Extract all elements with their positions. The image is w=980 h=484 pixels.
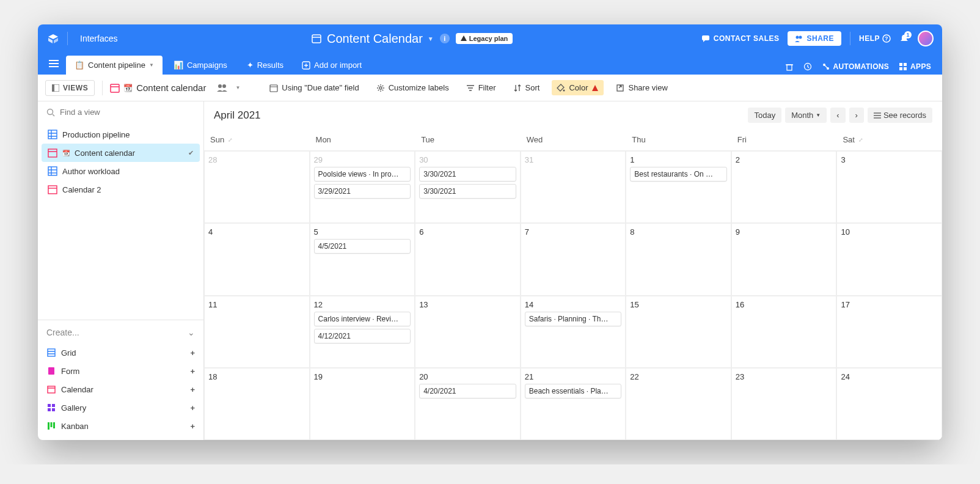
info-icon[interactable]: i — [440, 34, 450, 43]
create-grid[interactable]: Grid + — [46, 343, 195, 362]
calendar-event[interactable]: 4/20/2021 — [419, 384, 516, 398]
find-view-input[interactable] — [60, 108, 195, 117]
calendar-cell[interactable]: 1 Best restaurants · On … — [626, 151, 731, 223]
share-view-button[interactable]: Share view — [611, 80, 672, 95]
calendar-cell[interactable]: 23 — [731, 368, 837, 440]
paint-icon — [557, 84, 565, 92]
view-item-content-calendar[interactable]: 📆 Content calendar ✔ — [42, 144, 200, 162]
color-button[interactable]: Color — [552, 80, 604, 95]
calendar-event[interactable]: Best restaurants · On … — [630, 167, 727, 182]
view-item-production-pipeline[interactable]: Production pipeline — [42, 125, 200, 144]
app-logo[interactable] — [46, 32, 60, 45]
calendar-cell[interactable]: 19 — [310, 368, 415, 440]
automations-button[interactable]: AUTOMATIONS — [822, 62, 890, 71]
svg-point-33 — [222, 84, 226, 88]
user-avatar[interactable] — [918, 31, 934, 46]
next-button[interactable]: › — [849, 108, 864, 123]
calendar-cell[interactable]: 29 Poolside views · In pro… 3/29/2021 — [310, 151, 415, 223]
date-field-button[interactable]: Using "Due date" field — [265, 80, 364, 95]
tab-results[interactable]: ✦ Results — [238, 56, 292, 75]
calendar-cell[interactable]: 14 Safaris · Planning · Th… — [521, 296, 626, 368]
calendar-cell[interactable]: 6 — [415, 223, 521, 295]
add-or-import-button[interactable]: Add or import — [294, 56, 369, 75]
view-name-label: Content calendar — [136, 82, 206, 93]
create-toggle[interactable]: Create... ⌄ — [46, 328, 195, 343]
legacy-plan-badge[interactable]: Legacy plan — [456, 33, 513, 44]
filter-button[interactable]: Filter — [461, 80, 501, 95]
trash-button[interactable] — [785, 62, 794, 71]
calendar-event[interactable]: 3/30/2021 — [419, 167, 516, 182]
calendar-cell[interactable]: 17 — [836, 296, 942, 368]
help-button[interactable]: HELP ? — [859, 34, 891, 43]
calendar-cell[interactable]: 22 — [626, 368, 731, 440]
calendar-cell[interactable]: 13 — [415, 296, 521, 368]
calendar-cell[interactable]: 5 4/5/2021 — [310, 223, 415, 295]
create-calendar[interactable]: Calendar + — [46, 380, 195, 398]
history-button[interactable] — [803, 62, 812, 71]
create-form[interactable]: Form + — [46, 362, 195, 380]
calendar-cell[interactable]: 2 — [731, 151, 837, 223]
calendar-cell[interactable]: 4 — [204, 223, 310, 295]
calendar-cell[interactable]: 9 — [731, 223, 837, 295]
expand-icon[interactable]: ⤢ — [228, 137, 233, 143]
notifications-button[interactable]: 1 — [899, 34, 909, 43]
calendar-cell[interactable]: 21 Beach essentials · Pla… — [521, 368, 626, 440]
calendar-cell[interactable]: 8 — [626, 223, 731, 295]
tab-campaigns[interactable]: 📊 Campaigns — [165, 56, 236, 75]
calendar-cell[interactable]: 28 — [204, 151, 310, 223]
calendar-cell[interactable]: 31 — [521, 151, 626, 223]
search-row — [38, 101, 203, 123]
svg-line-23 — [824, 65, 828, 68]
calendar-cell[interactable]: 7 — [521, 223, 626, 295]
calendar-cell[interactable]: 18 — [204, 368, 310, 440]
interfaces-link[interactable]: Interfaces — [75, 31, 122, 46]
calendar-event[interactable]: 3/29/2021 — [314, 184, 411, 199]
views-toggle-button[interactable]: VIEWS — [45, 80, 95, 96]
create-kanban[interactable]: Kanban + — [46, 417, 195, 435]
plus-icon: + — [190, 348, 195, 358]
automations-label: AUTOMATIONS — [833, 62, 890, 71]
view-item-author-workload[interactable]: Author workload — [42, 162, 200, 180]
customize-labels-button[interactable]: Customize labels — [371, 80, 454, 95]
plus-icon: + — [190, 367, 195, 376]
svg-rect-67 — [48, 422, 49, 430]
view-item-calendar-2[interactable]: Calendar 2 — [42, 180, 200, 199]
scope-dropdown[interactable]: Month ▼ — [785, 108, 827, 123]
calendar-cell[interactable]: 20 4/20/2021 — [415, 368, 521, 440]
see-records-button[interactable]: See records — [868, 108, 932, 123]
calendar-cell[interactable]: 24 — [836, 368, 942, 440]
base-title[interactable]: Content Calendar ▼ — [311, 32, 434, 46]
svg-rect-34 — [270, 85, 277, 92]
calendar-cell[interactable]: 30 3/30/2021 3/30/2021 — [415, 151, 521, 223]
calendar-cell[interactable]: 3 — [836, 151, 942, 223]
calendar-event[interactable]: Carlos interview · Revi… — [314, 312, 411, 326]
share-button[interactable]: SHARE — [788, 31, 841, 46]
calendar-cell[interactable]: 15 — [626, 296, 731, 368]
calendar-cell[interactable]: 12 Carlos interview · Revi… 4/12/2021 — [310, 296, 415, 368]
prev-button[interactable]: ‹ — [830, 108, 845, 123]
contact-sales-button[interactable]: CONTACT SALES — [701, 34, 780, 43]
chevron-right-icon: › — [855, 111, 858, 120]
current-view-name[interactable]: 📆 Content calendar — [110, 82, 206, 93]
apps-button[interactable]: APPS — [899, 62, 931, 71]
calendar-cell[interactable]: 11 — [204, 296, 310, 368]
calendar-event[interactable]: Safaris · Planning · Th… — [525, 312, 622, 326]
calendar-event[interactable]: Poolside views · In pro… — [314, 167, 411, 182]
chevron-down-icon[interactable]: ▼ — [235, 85, 240, 90]
expand-icon[interactable]: ⤢ — [858, 137, 863, 143]
today-button[interactable]: Today — [748, 108, 781, 123]
calendar-event[interactable]: 4/5/2021 — [314, 239, 411, 254]
svg-marker-0 — [48, 34, 58, 39]
sort-button[interactable]: Sort — [508, 80, 545, 95]
calendar-event[interactable]: 3/30/2021 — [419, 184, 516, 199]
collaborators-button[interactable] — [217, 84, 228, 92]
calendar-event[interactable]: 4/12/2021 — [314, 329, 411, 343]
svg-rect-65 — [48, 408, 51, 411]
calendar-cell[interactable]: 16 — [731, 296, 837, 368]
calendar-event[interactable]: Beach essentials · Pla… — [525, 384, 622, 398]
create-gallery[interactable]: Gallery + — [46, 398, 195, 417]
tab-content-pipeline[interactable]: 📋 Content pipeline ▼ — [66, 56, 163, 75]
day-header-mon: Mon — [310, 129, 415, 151]
calendar-cell[interactable]: 10 — [836, 223, 942, 295]
menu-icon[interactable] — [44, 56, 64, 72]
